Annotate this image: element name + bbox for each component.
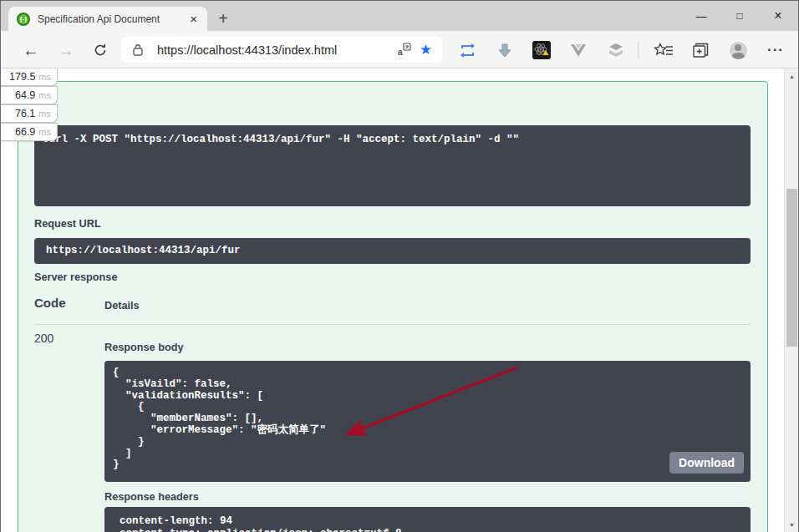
extension-react-devtools-icon[interactable] bbox=[532, 40, 552, 60]
details-column-header: Details bbox=[104, 300, 140, 312]
server-response-label: Server response bbox=[34, 271, 117, 283]
reload-icon bbox=[93, 43, 108, 58]
timing-unit: ms bbox=[38, 127, 51, 137]
timing-box: 179.5 ms bbox=[1, 68, 58, 86]
timing-unit: ms bbox=[38, 90, 51, 100]
download-button[interactable]: Download bbox=[669, 452, 744, 474]
translate-icon[interactable]: a bbox=[397, 43, 411, 57]
window-controls: — □ × bbox=[682, 1, 797, 31]
tab-close-icon[interactable]: × bbox=[186, 12, 201, 26]
ellipsis-icon: ··· bbox=[767, 42, 784, 58]
forward-button[interactable]: → bbox=[54, 38, 78, 62]
browser-window: {-} Specification Api Document × + — □ ×… bbox=[0, 0, 799, 532]
response-body-label: Response body bbox=[104, 342, 183, 353]
minimize-button[interactable]: — bbox=[682, 1, 720, 31]
request-url-label: Request URL bbox=[34, 218, 101, 230]
maximize-button[interactable]: □ bbox=[720, 1, 759, 31]
browser-toolbar: ← → https://localhost:44313/index.html a bbox=[1, 31, 798, 68]
favorite-star-icon[interactable]: ★ bbox=[420, 41, 432, 58]
close-button[interactable]: × bbox=[759, 1, 797, 31]
scroll-down-icon[interactable]: ▼ bbox=[785, 518, 798, 531]
url-input[interactable]: https://localhost:44313/index.html bbox=[157, 43, 397, 57]
new-tab-button[interactable]: + bbox=[211, 7, 235, 30]
timing-value: 179.5 bbox=[9, 71, 35, 83]
swagger-favicon-icon: {-} bbox=[17, 13, 30, 26]
page-content: curl -X POST "https://localhost:44313/ap… bbox=[1, 68, 798, 532]
request-url-block: https://localhost:44313/api/fur bbox=[34, 238, 751, 264]
favorites-bar-button[interactable] bbox=[654, 40, 674, 60]
table-separator bbox=[34, 324, 751, 325]
response-body-json: { "isVaild": false, "validationResults":… bbox=[104, 361, 751, 471]
toolbar-separator bbox=[638, 43, 639, 58]
lock-icon bbox=[133, 43, 143, 56]
avatar-icon bbox=[730, 42, 747, 59]
timing-box: 76.1 ms bbox=[1, 104, 58, 123]
extension-download-arrow-icon[interactable] bbox=[495, 40, 515, 60]
curl-command-text: curl -X POST "https://localhost:44313/ap… bbox=[34, 125, 751, 146]
back-button[interactable]: ← bbox=[19, 38, 43, 62]
extension-loop-icon[interactable] bbox=[457, 40, 477, 60]
code-column-header: Code bbox=[34, 296, 66, 310]
timing-value: 66.9 bbox=[15, 126, 35, 138]
response-headers-block: content-length: 94 content-type: applica… bbox=[104, 507, 751, 532]
response-body-block: { "isVaild": false, "validationResults":… bbox=[104, 361, 751, 482]
tab-title: Specification Api Document bbox=[38, 13, 186, 25]
reload-button[interactable] bbox=[89, 38, 112, 62]
timing-value: 64.9 bbox=[15, 89, 35, 101]
browser-tab[interactable]: {-} Specification Api Document × bbox=[8, 7, 207, 31]
response-headers-label: Response headers bbox=[104, 491, 199, 503]
extension-vue-devtools-icon[interactable] bbox=[568, 40, 588, 60]
timing-box: 64.9 ms bbox=[1, 86, 58, 104]
collections-button[interactable] bbox=[690, 40, 710, 60]
response-headers-text: content-length: 94 content-type: applica… bbox=[104, 507, 751, 532]
timing-unit: ms bbox=[38, 109, 51, 119]
settings-menu-button[interactable]: ··· bbox=[766, 40, 786, 60]
timing-box: 66.9 ms bbox=[1, 123, 58, 141]
svg-text:a: a bbox=[398, 48, 403, 57]
profile-avatar[interactable] bbox=[728, 40, 748, 60]
address-bar[interactable]: https://localhost:44313/index.html a ★ bbox=[121, 37, 442, 63]
timing-value: 76.1 bbox=[15, 108, 35, 119]
vertical-scrollbar[interactable]: ▲ ▼ bbox=[784, 68, 798, 532]
scrollbar-thumb[interactable] bbox=[786, 189, 797, 347]
extension-layers-icon[interactable] bbox=[606, 40, 626, 60]
request-url-text: https://localhost:44313/api/fur bbox=[34, 238, 751, 257]
status-code: 200 bbox=[34, 332, 53, 345]
scroll-up-icon[interactable]: ▲ bbox=[785, 69, 798, 83]
timing-unit: ms bbox=[38, 72, 51, 82]
title-bar: {-} Specification Api Document × + — □ × bbox=[1, 1, 798, 31]
curl-command-block: curl -X POST "https://localhost:44313/ap… bbox=[34, 125, 751, 206]
